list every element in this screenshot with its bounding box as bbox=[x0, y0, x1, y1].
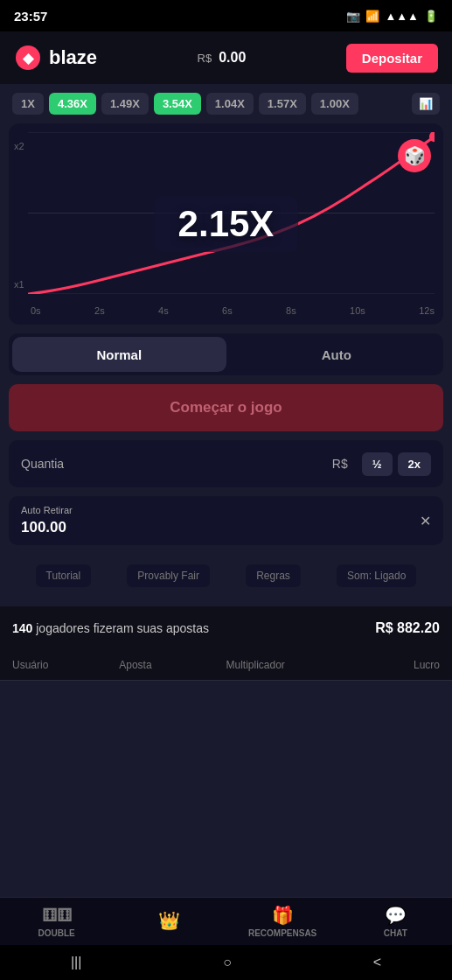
deposit-button[interactable]: Depositar bbox=[346, 44, 438, 73]
stats-text: 140 jogadores fizeram suas apostas bbox=[12, 621, 209, 635]
game-area: 1X 4.36X 1.49X 3.54X 1.04X 1.57X 1.00X 📊… bbox=[0, 84, 452, 325]
android-home-btn[interactable]: ○ bbox=[223, 955, 232, 970]
dice-icon: 🎲 bbox=[398, 139, 431, 172]
double-button[interactable]: 2x bbox=[398, 452, 431, 476]
stats-amount: R$ 882.20 bbox=[375, 620, 440, 636]
balance-amount: 0.00 bbox=[219, 50, 246, 66]
battery-icon: 🔋 bbox=[424, 10, 438, 23]
amount-row: Quantia R$ ½ 2x bbox=[9, 440, 443, 487]
balance-currency: R$ bbox=[198, 52, 212, 65]
sound-link[interactable]: Som: Ligado bbox=[337, 564, 416, 587]
x-2s: 2s bbox=[94, 305, 105, 316]
tab-auto[interactable]: Auto bbox=[230, 333, 444, 375]
auto-retirar-value: 100.00 bbox=[21, 519, 431, 536]
players-count: 140 bbox=[12, 621, 32, 635]
table-header: Usuário Aposta Multiplicador Lucro bbox=[0, 650, 452, 681]
bottom-nav: ⚅⚅ DOUBLE 👑 🎁 RECOMPENSAS 💬 CHAT bbox=[0, 897, 452, 945]
mult-100x[interactable]: 1.00X bbox=[311, 93, 358, 115]
y-label-x1: x1 bbox=[14, 279, 24, 290]
balance-area: R$ 0.00 bbox=[198, 50, 247, 66]
chart-area: x2 x1 🎲 2.15X 0s 2s 4s 6s 8s 10s 12s bbox=[9, 123, 443, 325]
regras-link[interactable]: Regras bbox=[246, 564, 301, 587]
svg-text:◆: ◆ bbox=[22, 51, 35, 66]
stats-bar: 140 jogadores fizeram suas apostas R$ 88… bbox=[0, 606, 452, 650]
double-icon: ⚅⚅ bbox=[42, 905, 72, 926]
signal-icon: ▲▲▲ bbox=[385, 10, 419, 23]
start-game-button[interactable]: Começar o jogo bbox=[9, 384, 443, 431]
mult-436x[interactable]: 4.36X bbox=[49, 93, 96, 115]
auto-retirar-label: Auto Retirar bbox=[21, 505, 431, 515]
x-6s: 6s bbox=[222, 305, 233, 316]
android-recents-btn[interactable]: < bbox=[373, 955, 381, 970]
mult-149x[interactable]: 1.49X bbox=[101, 93, 149, 115]
chart-x-labels: 0s 2s 4s 6s 8s 10s 12s bbox=[31, 305, 435, 316]
close-icon[interactable]: ✕ bbox=[420, 513, 431, 529]
col-lucro: Lucro bbox=[333, 659, 440, 671]
mult-354x[interactable]: 3.54X bbox=[154, 93, 201, 115]
recompensas-label: RECOMPENSAS bbox=[248, 928, 316, 938]
status-time: 23:57 bbox=[14, 9, 47, 24]
controls-area: Normal Auto Começar o jogo Quantia R$ ½ … bbox=[0, 333, 452, 606]
multiplier-history: 1X 4.36X 1.49X 3.54X 1.04X 1.57X 1.00X 📊 bbox=[9, 84, 443, 123]
chat-label: CHAT bbox=[384, 928, 407, 938]
players-action: fizeram suas apostas bbox=[94, 621, 209, 635]
nav-chat[interactable]: 💬 CHAT bbox=[339, 905, 452, 938]
recompensas-icon: 🎁 bbox=[272, 905, 294, 926]
x-4s: 4s bbox=[158, 305, 169, 316]
logo-area: ◆ blaze bbox=[14, 44, 97, 72]
col-usuario: Usuário bbox=[12, 659, 119, 671]
crown-icon: 👑 bbox=[158, 910, 180, 931]
tutorial-link[interactable]: Tutorial bbox=[36, 564, 92, 587]
col-multiplicador: Multiplicador bbox=[226, 659, 333, 671]
android-back-btn[interactable]: ||| bbox=[71, 955, 81, 970]
wifi-icon: 📶 bbox=[365, 10, 379, 23]
nav-double[interactable]: ⚅⚅ DOUBLE bbox=[0, 905, 113, 938]
status-bar: 23:57 📷 📶 ▲▲▲ 🔋 bbox=[0, 0, 452, 32]
col-aposta: Aposta bbox=[119, 659, 226, 671]
half-button[interactable]: ½ bbox=[362, 452, 393, 476]
logo-icon: ◆ bbox=[14, 44, 42, 72]
provably-fair-link[interactable]: Provably Fair bbox=[127, 564, 210, 587]
chart-y-labels: x2 x1 bbox=[14, 141, 24, 290]
android-nav: ||| ○ < bbox=[0, 945, 452, 980]
status-icons: 📷 📶 ▲▲▲ 🔋 bbox=[346, 10, 438, 23]
double-label: DOUBLE bbox=[38, 928, 75, 938]
mode-tabs: Normal Auto bbox=[9, 333, 443, 375]
tab-normal[interactable]: Normal bbox=[12, 337, 226, 372]
header: ◆ blaze R$ 0.00 Depositar bbox=[0, 32, 452, 84]
currency-label: R$ bbox=[332, 457, 348, 471]
mult-1x[interactable]: 1X bbox=[12, 93, 44, 115]
x-12s: 12s bbox=[419, 305, 435, 316]
nav-recompensas[interactable]: 🎁 RECOMPENSAS bbox=[226, 905, 339, 938]
logo-text: blaze bbox=[49, 46, 97, 69]
x-8s: 8s bbox=[286, 305, 296, 316]
auto-retirar-row: Auto Retirar 100.00 ✕ bbox=[9, 496, 443, 545]
mult-104x[interactable]: 1.04X bbox=[206, 93, 254, 115]
x-10s: 10s bbox=[350, 305, 365, 316]
footer-links: Tutorial Provably Fair Regras Som: Ligad… bbox=[9, 554, 443, 598]
current-multiplier: 2.15X bbox=[154, 196, 299, 252]
mult-157x[interactable]: 1.57X bbox=[259, 93, 306, 115]
chat-icon: 💬 bbox=[385, 905, 407, 926]
nav-crown[interactable]: 👑 bbox=[113, 910, 226, 934]
players-word: jogadores bbox=[36, 621, 93, 635]
camera-icon: 📷 bbox=[346, 10, 360, 23]
y-label-x2: x2 bbox=[14, 141, 24, 151]
amount-label: Quantia bbox=[21, 457, 332, 471]
x-0s: 0s bbox=[31, 305, 41, 316]
chart-icon[interactable]: 📊 bbox=[412, 93, 440, 115]
